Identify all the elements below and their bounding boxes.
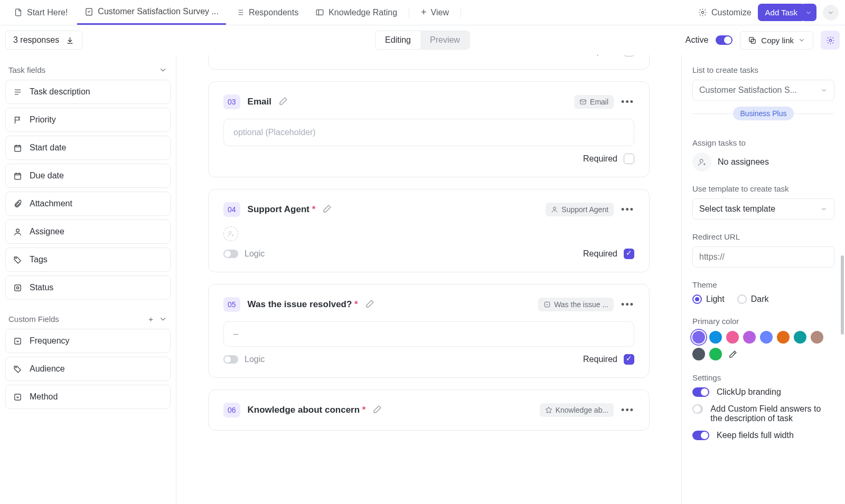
person-plus-icon xyxy=(227,230,234,237)
theme-light-radio[interactable] xyxy=(692,294,702,304)
mail-icon xyxy=(579,98,587,106)
list-select[interactable]: Customer Satisfaction S... xyxy=(692,80,834,101)
scrollbar-thumb[interactable] xyxy=(841,255,844,335)
edit-icon[interactable] xyxy=(323,204,332,215)
custom-field-frequency[interactable]: Frequency xyxy=(5,329,171,353)
color-swatch-orange[interactable] xyxy=(777,331,790,344)
tab-start-here[interactable]: Start Here! xyxy=(6,1,75,25)
tab-respondents[interactable]: Respondents xyxy=(228,1,306,25)
field-task-description[interactable]: Task description xyxy=(5,80,171,104)
form-card-05-issue-resolved[interactable]: 05 Was the issue resolved? * Was the iss… xyxy=(208,284,650,378)
copy-link-button[interactable]: Copy link xyxy=(740,31,813,50)
color-picker xyxy=(692,331,834,360)
template-label: Use template to create task xyxy=(692,184,834,193)
custom-field-audience[interactable]: Audience xyxy=(5,357,171,381)
field-number: 06 xyxy=(223,403,240,417)
field-due-date[interactable]: Due date xyxy=(5,164,171,188)
active-toggle[interactable] xyxy=(716,35,733,45)
logic-toggle[interactable] xyxy=(223,250,238,258)
assignee-picker[interactable]: No assignees xyxy=(692,153,834,172)
required-label: Required xyxy=(583,55,617,56)
business-plus-badge[interactable]: Business Plus xyxy=(733,107,794,120)
dropdown-icon xyxy=(13,393,22,402)
download-icon[interactable] xyxy=(65,36,74,45)
svg-rect-7 xyxy=(15,173,21,179)
field-title[interactable]: Knowledge about concern * xyxy=(248,405,366,415)
color-swatch-magenta[interactable] xyxy=(743,331,756,344)
section-task-fields[interactable]: Task fields xyxy=(5,60,171,80)
customize-button[interactable]: Customize xyxy=(698,8,752,17)
logic-toggle[interactable] xyxy=(223,355,238,364)
field-type-pill: Email xyxy=(574,95,614,109)
custom-field-method[interactable]: Method xyxy=(5,385,171,409)
task-fields-label: Task fields xyxy=(8,65,45,74)
field-title[interactable]: Support Agent * xyxy=(248,204,316,215)
mode-preview[interactable]: Preview xyxy=(420,31,470,49)
chevron-down-icon xyxy=(798,36,805,44)
setting-full-width-toggle[interactable] xyxy=(692,431,709,440)
form-card-02[interactable]: Required xyxy=(208,55,650,70)
more-menu[interactable] xyxy=(823,5,839,21)
svg-rect-10 xyxy=(15,284,21,290)
field-title[interactable]: Was the issue resolved? * xyxy=(248,299,358,310)
assignee-add-placeholder[interactable] xyxy=(223,226,238,241)
color-swatch-purple[interactable] xyxy=(692,331,705,344)
redirect-url-input[interactable] xyxy=(692,246,834,268)
mode-editing[interactable]: Editing xyxy=(375,31,420,49)
svg-point-13 xyxy=(16,367,16,367)
theme-dark-radio[interactable] xyxy=(737,294,747,304)
list-icon xyxy=(236,8,245,17)
eyedropper-icon[interactable] xyxy=(726,348,739,360)
field-attachment[interactable]: Attachment xyxy=(5,192,171,216)
pill-label: Knowledge ab... xyxy=(556,406,608,414)
field-type-pill: Support Agent xyxy=(546,203,614,216)
more-icon[interactable]: ••• xyxy=(621,97,634,108)
tab-start-here-label: Start Here! xyxy=(27,8,68,17)
field-priority[interactable]: Priority xyxy=(5,108,171,132)
add-task-button[interactable]: Add Task xyxy=(758,4,805,21)
required-checkbox[interactable] xyxy=(624,354,634,365)
color-swatch-indigo[interactable] xyxy=(760,331,773,344)
required-checkbox[interactable] xyxy=(624,154,634,164)
form-card-04-support-agent[interactable]: 04 Support Agent * Support Agent ••• Log… xyxy=(208,189,650,272)
color-swatch-blue[interactable] xyxy=(709,331,722,344)
setting-branding-toggle[interactable] xyxy=(692,387,709,397)
form-card-03-email[interactable]: 03 Email Email ••• Required xyxy=(208,81,650,177)
required-checkbox[interactable] xyxy=(624,55,634,56)
more-icon[interactable]: ••• xyxy=(621,299,634,310)
template-select[interactable]: Select task template xyxy=(692,198,834,220)
color-swatch-teal[interactable] xyxy=(794,331,806,344)
more-icon[interactable]: ••• xyxy=(621,405,634,416)
color-swatch-gray[interactable] xyxy=(692,348,705,360)
theme-label: Theme xyxy=(692,280,834,289)
plus-icon[interactable]: + xyxy=(148,315,153,324)
edit-icon[interactable] xyxy=(373,405,382,416)
form-card-06-knowledge[interactable]: 06 Knowledge about concern * Knowledge a… xyxy=(208,389,650,431)
setting-custom-field-toggle[interactable] xyxy=(692,404,703,414)
color-swatch-brown[interactable] xyxy=(811,331,823,344)
status-icon xyxy=(13,283,22,292)
form-settings-button[interactable] xyxy=(821,31,840,50)
tab-knowledge-rating[interactable]: Knowledge Rating xyxy=(308,1,405,25)
more-icon[interactable]: ••• xyxy=(621,204,634,215)
color-swatch-pink[interactable] xyxy=(726,331,739,344)
field-status[interactable]: Status xyxy=(5,275,171,300)
color-swatch-green[interactable] xyxy=(709,348,722,360)
dropdown-placeholder[interactable]: – xyxy=(223,321,634,347)
required-checkbox[interactable] xyxy=(624,249,634,259)
placeholder-input[interactable] xyxy=(223,119,634,146)
redirect-label: Redirect URL xyxy=(692,232,834,241)
edit-icon[interactable] xyxy=(279,97,288,108)
field-start-date[interactable]: Start date xyxy=(5,136,171,160)
field-title[interactable]: Email xyxy=(248,97,271,107)
section-custom-fields[interactable]: Custom Fields + xyxy=(5,309,171,329)
add-task-dropdown[interactable] xyxy=(801,4,816,21)
add-view-button[interactable]: + View xyxy=(414,1,456,25)
field-tags[interactable]: Tags xyxy=(5,248,171,272)
required-label: Required xyxy=(583,249,617,259)
responses-counter[interactable]: 3 responses xyxy=(5,31,82,50)
field-assignee[interactable]: Assignee xyxy=(5,220,171,244)
tab-current-form[interactable]: Customer Satisfaction Survey ... xyxy=(77,1,226,25)
field-label: Due date xyxy=(30,171,64,180)
edit-icon[interactable] xyxy=(365,299,374,310)
